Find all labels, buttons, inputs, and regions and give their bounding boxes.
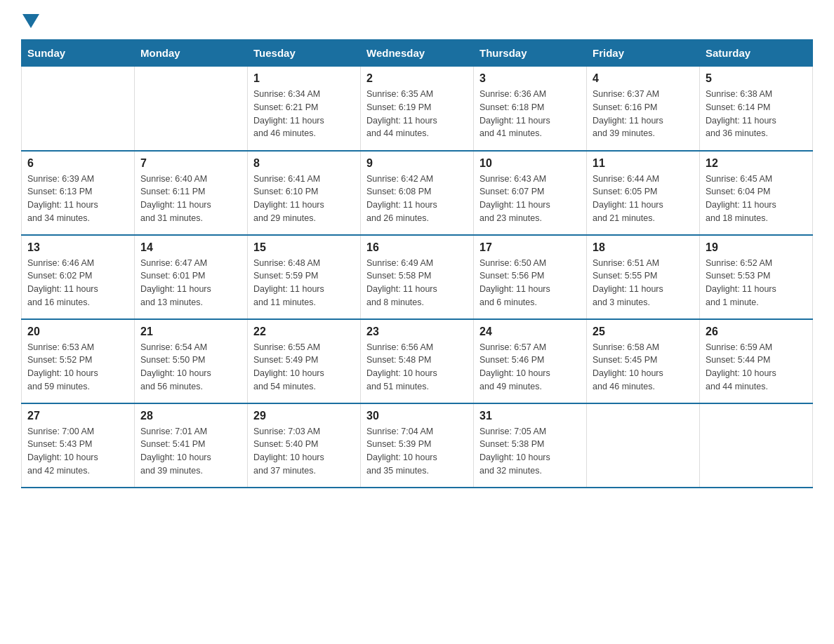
day-number: 8 (253, 157, 355, 170)
day-number: 18 (593, 241, 694, 254)
calendar-week-row: 6Sunrise: 6:39 AM Sunset: 6:13 PM Daylig… (22, 151, 813, 235)
day-info: Sunrise: 6:58 AM Sunset: 5:45 PM Dayligh… (593, 341, 694, 394)
day-info: Sunrise: 7:01 AM Sunset: 5:41 PM Dayligh… (140, 425, 241, 478)
day-info: Sunrise: 6:53 AM Sunset: 5:52 PM Dayligh… (27, 341, 128, 394)
logo-triangle-icon (22, 14, 39, 28)
weekday-header-wednesday: Wednesday (361, 40, 474, 67)
weekday-header-tuesday: Tuesday (248, 40, 361, 67)
weekday-header-saturday: Saturday (700, 40, 813, 67)
day-number: 27 (27, 410, 128, 422)
day-number: 14 (140, 241, 241, 254)
day-info: Sunrise: 6:49 AM Sunset: 5:58 PM Dayligh… (366, 257, 468, 309)
day-number: 5 (706, 72, 807, 85)
day-number: 2 (366, 72, 468, 85)
day-number: 31 (479, 410, 581, 422)
weekday-header-sunday: Sunday (22, 40, 135, 67)
day-number: 19 (706, 241, 807, 254)
day-number: 28 (140, 410, 241, 422)
day-number: 9 (366, 157, 468, 170)
day-info: Sunrise: 7:03 AM Sunset: 5:40 PM Dayligh… (253, 425, 355, 478)
day-number: 3 (479, 72, 581, 85)
calendar-cell: 31Sunrise: 7:05 AM Sunset: 5:38 PM Dayli… (474, 403, 587, 488)
day-info: Sunrise: 6:36 AM Sunset: 6:18 PM Dayligh… (479, 88, 581, 140)
calendar-cell (587, 403, 700, 488)
day-number: 21 (140, 326, 241, 338)
calendar-cell (135, 67, 248, 151)
day-info: Sunrise: 6:47 AM Sunset: 6:01 PM Dayligh… (140, 257, 241, 309)
day-info: Sunrise: 6:40 AM Sunset: 6:11 PM Dayligh… (140, 173, 241, 225)
day-info: Sunrise: 6:34 AM Sunset: 6:21 PM Dayligh… (253, 88, 355, 140)
day-info: Sunrise: 6:41 AM Sunset: 6:10 PM Dayligh… (253, 173, 355, 225)
calendar-cell: 27Sunrise: 7:00 AM Sunset: 5:43 PM Dayli… (22, 403, 135, 488)
day-info: Sunrise: 6:56 AM Sunset: 5:48 PM Dayligh… (366, 341, 468, 394)
day-number: 1 (253, 72, 355, 85)
day-info: Sunrise: 6:37 AM Sunset: 6:16 PM Dayligh… (593, 88, 694, 140)
calendar-week-row: 27Sunrise: 7:00 AM Sunset: 5:43 PM Dayli… (22, 403, 813, 488)
day-info: Sunrise: 6:52 AM Sunset: 5:53 PM Dayligh… (706, 257, 807, 309)
day-number: 26 (706, 326, 807, 338)
weekday-header-thursday: Thursday (474, 40, 587, 67)
calendar-cell: 10Sunrise: 6:43 AM Sunset: 6:07 PM Dayli… (474, 151, 587, 235)
day-number: 20 (27, 326, 128, 338)
calendar-cell: 5Sunrise: 6:38 AM Sunset: 6:14 PM Daylig… (700, 67, 813, 151)
calendar-cell: 22Sunrise: 6:55 AM Sunset: 5:49 PM Dayli… (248, 319, 361, 403)
calendar-cell: 26Sunrise: 6:59 AM Sunset: 5:44 PM Dayli… (700, 319, 813, 403)
calendar-cell: 9Sunrise: 6:42 AM Sunset: 6:08 PM Daylig… (361, 151, 474, 235)
calendar-cell: 15Sunrise: 6:48 AM Sunset: 5:59 PM Dayli… (248, 235, 361, 319)
calendar-cell: 18Sunrise: 6:51 AM Sunset: 5:55 PM Dayli… (587, 235, 700, 319)
day-number: 6 (27, 157, 128, 170)
calendar-cell: 21Sunrise: 6:54 AM Sunset: 5:50 PM Dayli… (135, 319, 248, 403)
calendar-cell: 13Sunrise: 6:46 AM Sunset: 6:02 PM Dayli… (22, 235, 135, 319)
day-number: 25 (593, 326, 694, 338)
calendar-cell: 3Sunrise: 6:36 AM Sunset: 6:18 PM Daylig… (474, 67, 587, 151)
calendar-cell: 24Sunrise: 6:57 AM Sunset: 5:46 PM Dayli… (474, 319, 587, 403)
day-number: 30 (366, 410, 468, 422)
calendar-cell: 16Sunrise: 6:49 AM Sunset: 5:58 PM Dayli… (361, 235, 474, 319)
calendar-cell: 6Sunrise: 6:39 AM Sunset: 6:13 PM Daylig… (22, 151, 135, 235)
calendar-cell: 28Sunrise: 7:01 AM Sunset: 5:41 PM Dayli… (135, 403, 248, 488)
day-info: Sunrise: 6:43 AM Sunset: 6:07 PM Dayligh… (479, 173, 581, 225)
calendar-cell: 19Sunrise: 6:52 AM Sunset: 5:53 PM Dayli… (700, 235, 813, 319)
day-number: 7 (140, 157, 241, 170)
day-number: 24 (479, 326, 581, 338)
calendar-week-row: 1Sunrise: 6:34 AM Sunset: 6:21 PM Daylig… (22, 67, 813, 151)
calendar-week-row: 20Sunrise: 6:53 AM Sunset: 5:52 PM Dayli… (22, 319, 813, 403)
day-number: 23 (366, 326, 468, 338)
day-number: 13 (27, 241, 128, 254)
day-number: 29 (253, 410, 355, 422)
day-info: Sunrise: 6:45 AM Sunset: 6:04 PM Dayligh… (706, 173, 807, 225)
day-info: Sunrise: 6:55 AM Sunset: 5:49 PM Dayligh… (253, 341, 355, 394)
day-info: Sunrise: 6:46 AM Sunset: 6:02 PM Dayligh… (27, 257, 128, 309)
day-info: Sunrise: 6:54 AM Sunset: 5:50 PM Dayligh… (140, 341, 241, 394)
calendar-cell: 12Sunrise: 6:45 AM Sunset: 6:04 PM Dayli… (700, 151, 813, 235)
calendar-cell: 11Sunrise: 6:44 AM Sunset: 6:05 PM Dayli… (587, 151, 700, 235)
day-number: 15 (253, 241, 355, 254)
calendar-cell: 14Sunrise: 6:47 AM Sunset: 6:01 PM Dayli… (135, 235, 248, 319)
calendar-table: SundayMondayTuesdayWednesdayThursdayFrid… (21, 39, 813, 488)
day-info: Sunrise: 6:57 AM Sunset: 5:46 PM Dayligh… (479, 341, 581, 394)
day-info: Sunrise: 7:05 AM Sunset: 5:38 PM Dayligh… (479, 425, 581, 478)
day-info: Sunrise: 6:42 AM Sunset: 6:08 PM Dayligh… (366, 173, 468, 225)
calendar-cell: 4Sunrise: 6:37 AM Sunset: 6:16 PM Daylig… (587, 67, 700, 151)
weekday-header-monday: Monday (135, 40, 248, 67)
calendar-cell (22, 67, 135, 151)
logo (21, 14, 39, 25)
day-info: Sunrise: 6:44 AM Sunset: 6:05 PM Dayligh… (593, 173, 694, 225)
day-info: Sunrise: 6:59 AM Sunset: 5:44 PM Dayligh… (706, 341, 807, 394)
day-info: Sunrise: 6:38 AM Sunset: 6:14 PM Dayligh… (706, 88, 807, 140)
day-info: Sunrise: 6:35 AM Sunset: 6:19 PM Dayligh… (366, 88, 468, 140)
day-number: 4 (593, 72, 694, 85)
calendar-cell: 17Sunrise: 6:50 AM Sunset: 5:56 PM Dayli… (474, 235, 587, 319)
calendar-cell: 7Sunrise: 6:40 AM Sunset: 6:11 PM Daylig… (135, 151, 248, 235)
day-info: Sunrise: 6:48 AM Sunset: 5:59 PM Dayligh… (253, 257, 355, 309)
day-info: Sunrise: 6:39 AM Sunset: 6:13 PM Dayligh… (27, 173, 128, 225)
day-number: 22 (253, 326, 355, 338)
weekday-header-friday: Friday (587, 40, 700, 67)
calendar-cell: 1Sunrise: 6:34 AM Sunset: 6:21 PM Daylig… (248, 67, 361, 151)
calendar-cell: 23Sunrise: 6:56 AM Sunset: 5:48 PM Dayli… (361, 319, 474, 403)
day-info: Sunrise: 6:50 AM Sunset: 5:56 PM Dayligh… (479, 257, 581, 309)
day-number: 11 (593, 157, 694, 170)
calendar-cell (700, 403, 813, 488)
day-number: 10 (479, 157, 581, 170)
day-info: Sunrise: 6:51 AM Sunset: 5:55 PM Dayligh… (593, 257, 694, 309)
